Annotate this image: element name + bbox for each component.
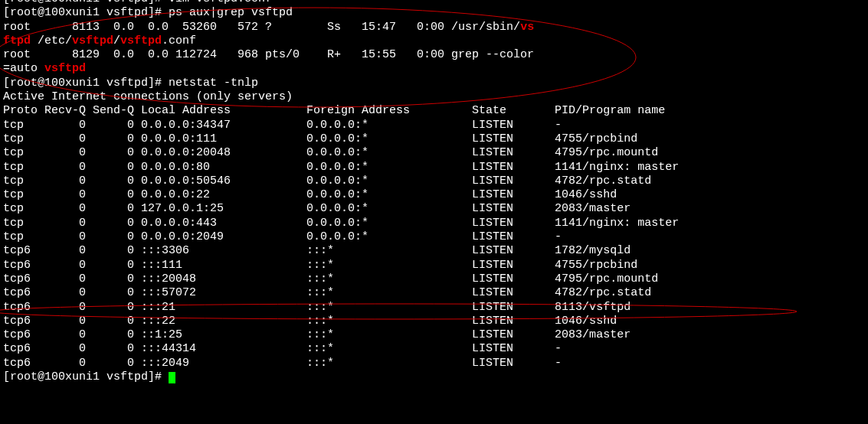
text: / (113, 34, 120, 47)
highlight-text: vsftpd (72, 34, 113, 47)
highlight-text: ftpd (3, 34, 31, 47)
output-line: ftpd /etc/vsftpd/vsftpd.conf (3, 34, 865, 48)
netstat-row: tcp 0 0 0.0.0.0:80 0.0.0.0:* LISTEN 1141… (3, 161, 865, 174)
netstat-row: tcp6 0 0 :::22 :::* LISTEN 1046/sshd (3, 315, 865, 328)
text: /etc/ (31, 34, 72, 47)
text: root 8129 0.0 0.0 112724 968 pts/0 R+ 15… (3, 48, 534, 61)
output-line: =auto vsftpd (3, 62, 865, 76)
netstat-row: tcp6 0 0 :::20048 :::* LISTEN 4795/rpc.m… (3, 272, 865, 286)
netstat-row: tcp 0 0 0.0.0.0:443 0.0.0.0:* LISTEN 114… (3, 217, 865, 230)
netstat-row: tcp6 0 0 :::21 :::* LISTEN 8113/vsftpd (3, 301, 865, 315)
prompt-text: [root@100xuni1 vsftpd]# (3, 370, 169, 383)
netstat-row: tcp6 0 0 :::2049 :::* LISTEN - (3, 357, 865, 370)
output-line: root 8113 0.0 0.0 53260 572 ? Ss 15:47 0… (3, 21, 865, 34)
netstat-row: tcp6 0 0 :::57072 :::* LISTEN 4782/rpc.s… (3, 286, 865, 300)
prompt-line: [root@100xuni1 vsftpd]# ps aux|grep vsft… (3, 6, 865, 20)
output-line: root 8129 0.0 0.0 112724 968 pts/0 R+ 15… (3, 48, 865, 62)
netstat-row: tcp 0 0 0.0.0.0:50546 0.0.0.0:* LISTEN 4… (3, 174, 865, 188)
netstat-row: tcp6 0 0 :::111 :::* LISTEN 4755/rpcbind (3, 259, 865, 272)
terminal[interactable]: [root@100xuni1 vsftpd]# vim vsftpd.conf[… (0, 0, 868, 384)
text: Proto Recv-Q Send-Q Local Address Foreig… (3, 104, 665, 117)
command-text: ps aux|grep vsftpd (169, 6, 293, 19)
netstat-row: tcp 0 0 127.0.0.1:25 0.0.0.0:* LISTEN 20… (3, 202, 865, 216)
prompt-line: [root@100xuni1 vsftpd]# vim vsftpd.conf (3, 0, 865, 6)
netstat-row: tcp 0 0 0.0.0.0:34347 0.0.0.0:* LISTEN - (3, 119, 865, 132)
netstat-row: tcp6 0 0 ::1:25 :::* LISTEN 2083/master (3, 328, 865, 342)
text: =auto (3, 62, 44, 75)
cursor (169, 372, 175, 383)
text: [root@100xuni1 vsftpd]# (3, 6, 169, 19)
output-line: Active Internet connections (only server… (3, 90, 865, 104)
prompt-line: [root@100xuni1 vsftpd]# netstat -tnlp (3, 77, 865, 90)
text: [root@100xuni1 vsftpd]# (3, 77, 169, 90)
netstat-row: tcp 0 0 0.0.0.0:2049 0.0.0.0:* LISTEN - (3, 230, 865, 244)
netstat-row: tcp 0 0 0.0.0.0:22 0.0.0.0:* LISTEN 1046… (3, 188, 865, 202)
output-line: Proto Recv-Q Send-Q Local Address Foreig… (3, 104, 865, 118)
text: root 8113 0.0 0.0 53260 572 ? Ss 15:47 0… (3, 21, 520, 34)
netstat-row: tcp6 0 0 :::3306 :::* LISTEN 1782/mysqld (3, 244, 865, 258)
text: .conf (162, 34, 196, 47)
highlight-text: vs (520, 21, 534, 34)
prompt-line[interactable]: [root@100xuni1 vsftpd]# (3, 370, 865, 384)
netstat-row: tcp 0 0 0.0.0.0:111 0.0.0.0:* LISTEN 475… (3, 132, 865, 146)
text: Active Internet connections (only server… (3, 90, 293, 103)
highlight-text: vsftpd (120, 34, 162, 47)
netstat-row: tcp 0 0 0.0.0.0:20048 0.0.0.0:* LISTEN 4… (3, 146, 865, 160)
command-text: netstat -tnlp (169, 77, 258, 90)
text: [root@100xuni1 vsftpd]# vim vsftpd.conf (3, 0, 272, 5)
highlight-text: vsftpd (44, 62, 86, 75)
netstat-row: tcp6 0 0 :::44314 :::* LISTEN - (3, 342, 865, 356)
